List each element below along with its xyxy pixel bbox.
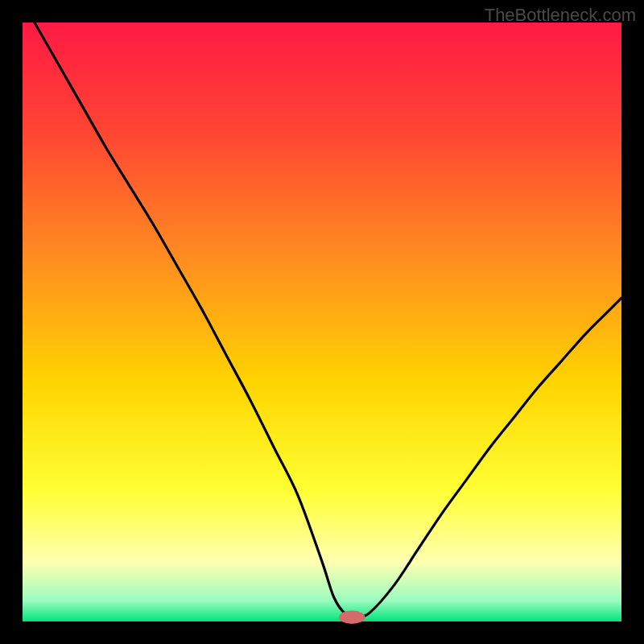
plot-area — [23, 23, 621, 621]
chart-container: { "watermark": "TheBottleneck.com", "cha… — [0, 0, 644, 644]
optimum-marker — [339, 611, 365, 624]
bottleneck-chart — [0, 0, 644, 644]
watermark-text: TheBottleneck.com — [485, 5, 636, 26]
